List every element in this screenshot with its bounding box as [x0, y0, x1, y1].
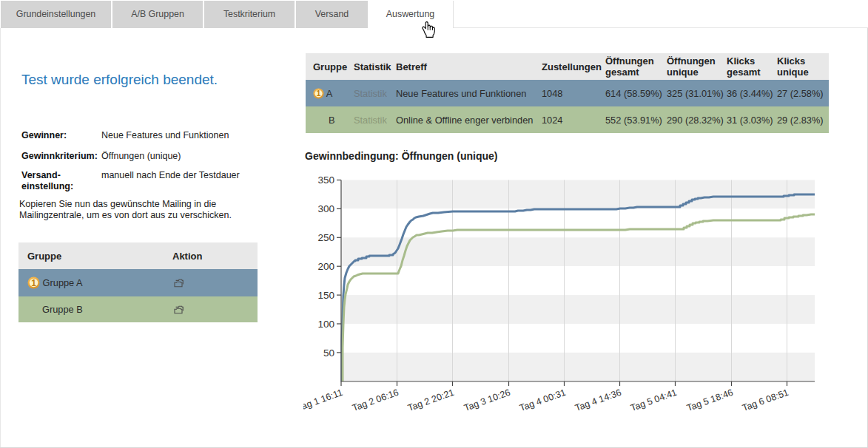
svg-text:Tag 5 18:46: Tag 5 18:46: [685, 387, 734, 414]
svg-text:200: 200: [317, 261, 334, 272]
svg-text:1: 1: [31, 278, 36, 288]
svg-text:Tag 2 06:16: Tag 2 06:16: [351, 387, 400, 414]
svg-text:150: 150: [317, 290, 334, 301]
svg-text:Tag 4 00:31: Tag 4 00:31: [518, 387, 567, 414]
svg-text:300: 300: [317, 203, 334, 214]
svg-text:Tag 2 20:21: Tag 2 20:21: [406, 387, 455, 414]
svg-text:Tag 4 14:36: Tag 4 14:36: [573, 387, 622, 414]
svg-text:250: 250: [317, 232, 334, 243]
svg-text:350: 350: [317, 174, 334, 186]
svg-text:50: 50: [323, 347, 334, 359]
svg-text:Tag 1 16:11: Tag 1 16:11: [303, 387, 344, 413]
svg-text:100: 100: [317, 319, 334, 330]
svg-text:Tag 5 04:41: Tag 5 04:41: [629, 387, 678, 414]
svg-text:Tag 6 08:51: Tag 6 08:51: [741, 387, 790, 414]
svg-text:Tag 3 10:26: Tag 3 10:26: [462, 387, 511, 414]
